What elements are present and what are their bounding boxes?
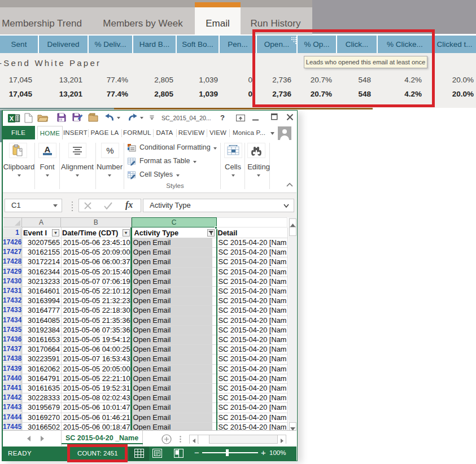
svg-text:X: X xyxy=(10,115,14,122)
svg-text:A: A xyxy=(45,145,51,154)
